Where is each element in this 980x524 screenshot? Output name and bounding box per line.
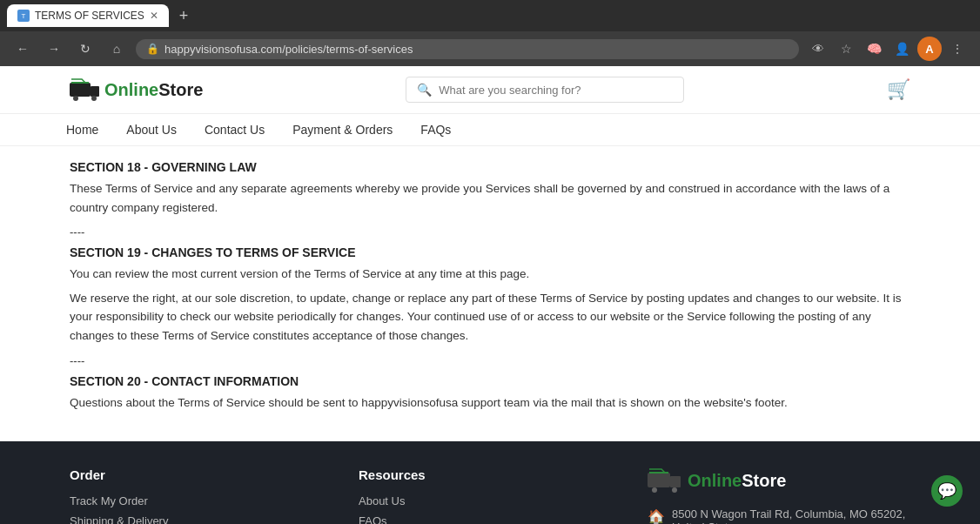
reload-btn[interactable]: ↻ <box>73 37 97 61</box>
separator-1: ---- <box>70 225 910 238</box>
svg-rect-0 <box>70 83 91 97</box>
nav-payment[interactable]: Payment & Orders <box>279 114 406 145</box>
footer-logo-icon <box>648 467 682 494</box>
main-content: SECTION 18 - GOVERNING LAW These Terms o… <box>0 146 980 441</box>
header-top: OnlineStore 🔍 🛒 <box>0 77 980 113</box>
search-input[interactable] <box>439 84 673 97</box>
section-20-title: SECTION 20 - CONTACT INFORMATION <box>70 374 910 388</box>
section-18-text: These Terms of Service and any separate … <box>70 179 910 217</box>
svg-rect-1 <box>91 86 99 97</box>
nav-about[interactable]: About Us <box>112 114 191 145</box>
footer-faqs[interactable]: FAQs <box>359 514 621 524</box>
profile-avatar[interactable]: A <box>917 37 942 61</box>
lock-icon: 🔒 <box>146 43 159 55</box>
footer-shipping[interactable]: Shipping & Delivery <box>70 514 332 524</box>
section-20-text: Questions about the Terms of Service sho… <box>70 393 910 413</box>
section-19-block: SECTION 19 - CHANGES TO TERMS OF SERVICE… <box>70 245 910 345</box>
tab-favicon: T <box>17 10 30 22</box>
svg-point-7 <box>672 487 677 493</box>
section-19-text-1: You can review the most current version … <box>70 265 910 284</box>
user-icon[interactable]: 👤 <box>889 37 914 61</box>
nav-home[interactable]: Home <box>52 114 112 145</box>
site-header: OnlineStore 🔍 🛒 Home About Us Contact Us… <box>0 66 980 146</box>
home-btn[interactable]: ⌂ <box>104 37 129 61</box>
footer-order-col: Order Track My Order Shipping & Delivery… <box>70 467 332 524</box>
menu-icon[interactable]: ⋮ <box>945 37 970 61</box>
cart-icon[interactable]: 🛒 <box>887 78 910 101</box>
browser-tab[interactable]: T TERMS OF SERVICES ✕ <box>7 4 169 27</box>
chat-float-btn[interactable]: 💬 <box>931 475 963 507</box>
site-nav: Home About Us Contact Us Payment & Order… <box>0 113 980 145</box>
back-btn[interactable]: ← <box>10 37 35 61</box>
footer-logo: OnlineStore <box>648 467 910 494</box>
location-icon: 🏠 <box>648 508 663 524</box>
logo[interactable]: OnlineStore <box>70 77 203 102</box>
extensions-icon[interactable]: 🧠 <box>862 37 886 61</box>
footer-brand-col: OnlineStore 🏠 8500 N Wagon Trail Rd, Col… <box>648 467 910 524</box>
search-icon: 🔍 <box>417 83 432 97</box>
forward-btn[interactable]: → <box>42 37 66 61</box>
footer-address: 8500 N Wagon Trail Rd, Columbia, MO 6520… <box>672 507 910 524</box>
footer-resources-title: Resources <box>359 467 621 482</box>
separator-2: ---- <box>70 354 910 367</box>
section-20-block: SECTION 20 - CONTACT INFORMATION Questio… <box>70 374 910 413</box>
section-19-text-2: We reserve the right, at our sole discre… <box>70 289 910 346</box>
site-footer: Order Track My Order Shipping & Delivery… <box>0 441 980 524</box>
footer-about-us[interactable]: About Us <box>359 494 621 507</box>
footer-track-order[interactable]: Track My Order <box>70 494 332 507</box>
section-18-block: SECTION 18 - GOVERNING LAW These Terms o… <box>70 160 910 217</box>
section-18-title: SECTION 18 - GOVERNING LAW <box>70 160 910 174</box>
section-19-title: SECTION 19 - CHANGES TO TERMS OF SERVICE <box>70 245 910 259</box>
tab-title: TERMS OF SERVICES <box>35 10 144 22</box>
svg-rect-5 <box>670 476 681 487</box>
svg-rect-4 <box>648 473 670 487</box>
star-icon[interactable]: ☆ <box>834 37 858 61</box>
logo-truck-icon <box>70 77 101 102</box>
footer-grid: Order Track My Order Shipping & Delivery… <box>70 467 910 524</box>
footer-logo-text: OnlineStore <box>688 471 786 491</box>
address-bar[interactable] <box>164 43 789 56</box>
browser-controls: ← → ↻ ⌂ 🔒 👁 ☆ 🧠 👤 A ⋮ <box>0 31 980 66</box>
svg-point-2 <box>73 96 78 101</box>
search-bar[interactable]: 🔍 <box>406 77 684 103</box>
nav-faqs[interactable]: FAQs <box>406 114 465 145</box>
nav-contact[interactable]: Contact Us <box>191 114 279 145</box>
new-tab-btn[interactable]: + <box>176 7 192 25</box>
tab-close-btn[interactable]: ✕ <box>150 10 158 22</box>
footer-order-title: Order <box>70 467 332 482</box>
address-bar-container[interactable]: 🔒 <box>136 39 799 59</box>
browser-extras: 👁 ☆ 🧠 👤 A ⋮ <box>806 37 970 61</box>
footer-address-row: 🏠 8500 N Wagon Trail Rd, Columbia, MO 65… <box>648 507 910 524</box>
eye-icon[interactable]: 👁 <box>806 37 830 61</box>
browser-tab-bar: T TERMS OF SERVICES ✕ + <box>0 0 980 31</box>
logo-text: OnlineStore <box>104 80 203 100</box>
svg-point-3 <box>91 96 97 101</box>
svg-point-6 <box>652 487 657 493</box>
footer-resources-col: Resources About Us FAQs Payment & Order … <box>359 467 621 524</box>
